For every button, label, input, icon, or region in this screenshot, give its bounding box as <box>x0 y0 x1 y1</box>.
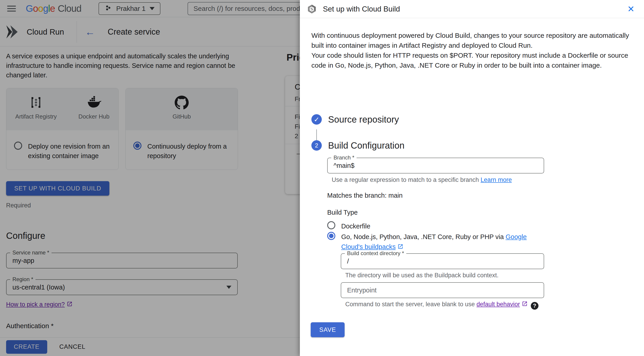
help-icon[interactable]: ? <box>531 302 538 310</box>
panel-body: With continuous deployment powered by Cl… <box>300 18 644 356</box>
step-title: Source repository <box>328 114 399 125</box>
external-link-icon <box>398 244 403 249</box>
panel-description: With continuous deployment powered by Cl… <box>312 31 632 70</box>
entrypoint-input[interactable] <box>347 286 538 294</box>
option-label: Dockerfile <box>341 221 370 231</box>
build-context-input[interactable] <box>347 258 538 265</box>
option-text: Go, Node.js, Python, Java, .NET Core, Ru… <box>341 233 506 240</box>
entrypoint-helper: Command to start the server, leave blank… <box>345 301 538 310</box>
branch-field[interactable]: Branch * <box>327 158 544 173</box>
step-build-configuration[interactable]: 2 Build Configuration <box>312 140 404 151</box>
close-icon[interactable]: ✕ <box>627 5 634 13</box>
default-behavior-link[interactable]: default behavior <box>476 301 520 308</box>
radio-unselected-icon[interactable] <box>327 221 335 229</box>
panel-header: Set up with Cloud Build ✕ <box>300 0 644 18</box>
step-source-repository[interactable]: ✓ Source repository <box>312 114 399 125</box>
panel-description-1: With continuous deployment powered by Cl… <box>312 31 632 51</box>
branch-input[interactable] <box>334 162 538 169</box>
option-label: Go, Node.js, Python, Java, .NET Core, Ru… <box>341 232 549 252</box>
learn-more-link[interactable]: Learn more <box>481 176 512 183</box>
step-complete-icon: ✓ <box>312 114 322 125</box>
entrypoint-helper-text: Command to start the server, leave blank… <box>345 301 476 308</box>
build-context-label: Build context directory * <box>345 250 406 256</box>
build-type-buildpacks[interactable]: Go, Node.js, Python, Java, .NET Core, Ru… <box>327 232 549 252</box>
build-type-dockerfile[interactable]: Dockerfile <box>327 221 370 231</box>
branch-match-note: Matches the branch: main <box>327 192 403 199</box>
build-type-label: Build Type <box>327 209 358 216</box>
panel-title: Set up with Cloud Build <box>323 5 400 13</box>
save-button[interactable]: SAVE <box>311 322 344 337</box>
cloud-build-panel: Set up with Cloud Build ✕ With continuou… <box>300 0 644 356</box>
entrypoint-field[interactable] <box>341 282 544 298</box>
branch-helper: Use a regular expression to match to a s… <box>332 176 512 183</box>
step-number-icon: 2 <box>312 140 322 151</box>
external-link-icon <box>522 301 528 307</box>
build-context-field[interactable]: Build context directory * <box>341 253 544 269</box>
branch-label: Branch * <box>331 154 356 161</box>
panel-description-2: Your code should listen for HTTP request… <box>312 51 632 70</box>
branch-helper-text: Use a regular expression to match to a s… <box>332 176 481 183</box>
build-context-helper: The directory will be used as the Buildp… <box>345 272 498 279</box>
step-title: Build Configuration <box>328 140 404 151</box>
radio-selected-icon[interactable] <box>327 232 335 240</box>
cloud-build-icon <box>307 4 317 14</box>
